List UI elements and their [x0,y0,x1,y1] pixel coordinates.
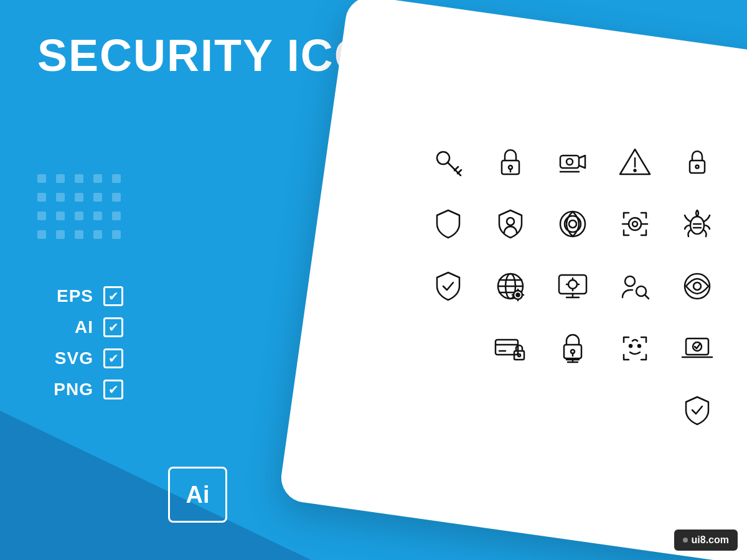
svg-line-47 [645,295,649,299]
empty-cell-5 [607,383,663,439]
svg-point-32 [517,294,520,297]
empty-cell-2 [420,383,476,439]
format-list: EPS ✔ AI ✔ SVG ✔ PNG ✔ [50,286,123,399]
shield-basic-icon [420,196,476,252]
svg-point-20 [632,222,637,226]
svg-line-2 [454,167,458,170]
svg-point-23 [690,217,704,234]
format-ai-check: ✔ [103,317,123,337]
watermark-dot [683,538,688,543]
empty-cell-3 [482,383,538,439]
svg-point-54 [518,354,520,357]
svg-point-40 [568,280,577,289]
format-svg-label: SVG [50,348,93,368]
svg-point-14 [696,166,699,169]
spiral-security-icon [545,196,601,252]
lock-icon [482,134,538,190]
empty-cell-4 [545,383,601,439]
svg-point-48 [685,274,710,299]
face-id-2-icon [607,320,663,376]
camera-security-icon [545,134,601,190]
lock-stand-icon [545,320,601,376]
monitor-security-icon [545,258,601,314]
warning-icon [607,134,663,190]
credit-card-lock-icon [482,320,538,376]
shield-check-icon [420,258,476,314]
padlock-top-icon [669,134,725,190]
globe-settings-icon [482,258,538,314]
dot-grid [37,174,125,243]
svg-point-62 [638,345,641,347]
svg-point-19 [629,218,641,230]
icons-grid [420,134,725,439]
face-scan-icon [607,196,663,252]
people-search-icon [607,258,663,314]
watermark: ui8.com [674,530,738,551]
svg-point-49 [693,282,701,290]
bug-icon [669,196,725,252]
svg-point-61 [629,345,632,347]
format-svg: SVG ✔ [50,348,123,368]
watermark-text: ui8.com [692,534,729,546]
eye-circle-icon [669,258,725,314]
format-eps-label: EPS [50,286,93,306]
format-eps: EPS ✔ [50,286,123,306]
format-eps-check: ✔ [103,286,123,306]
svg-point-8 [566,159,573,165]
ai-logo: Ai [168,467,227,523]
svg-point-45 [625,276,635,286]
svg-point-18 [569,220,576,228]
svg-rect-13 [690,161,705,173]
svg-point-12 [634,170,636,172]
laptop-security-icon [669,320,725,376]
format-png-check: ✔ [103,380,123,399]
format-ai-label: AI [50,317,93,337]
icons-container [311,25,747,535]
shield-person-icon [482,196,538,252]
icon-showcase-card [278,0,747,560]
svg-line-3 [458,170,461,174]
svg-point-15 [507,218,514,225]
format-svg-check: ✔ [103,348,123,368]
format-png: PNG ✔ [50,380,123,399]
key-icon [420,134,476,190]
svg-rect-7 [560,156,579,168]
shield-verified-icon [669,383,725,439]
format-png-label: PNG [50,380,93,399]
format-ai: AI ✔ [50,317,123,337]
empty-cell-1 [420,320,476,376]
